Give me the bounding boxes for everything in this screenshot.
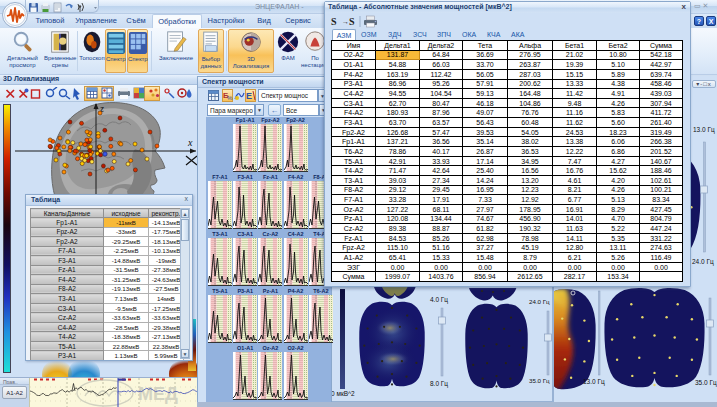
svg-text:МЕД: МЕД bbox=[138, 384, 178, 404]
svg-text:S: S bbox=[349, 16, 355, 27]
svg-text:%: % bbox=[227, 95, 233, 101]
svg-text:S: S bbox=[331, 16, 337, 27]
svg-text:x: x bbox=[187, 137, 193, 148]
svg-text:→: → bbox=[342, 18, 349, 25]
svg-text:Е: Е bbox=[246, 91, 252, 101]
